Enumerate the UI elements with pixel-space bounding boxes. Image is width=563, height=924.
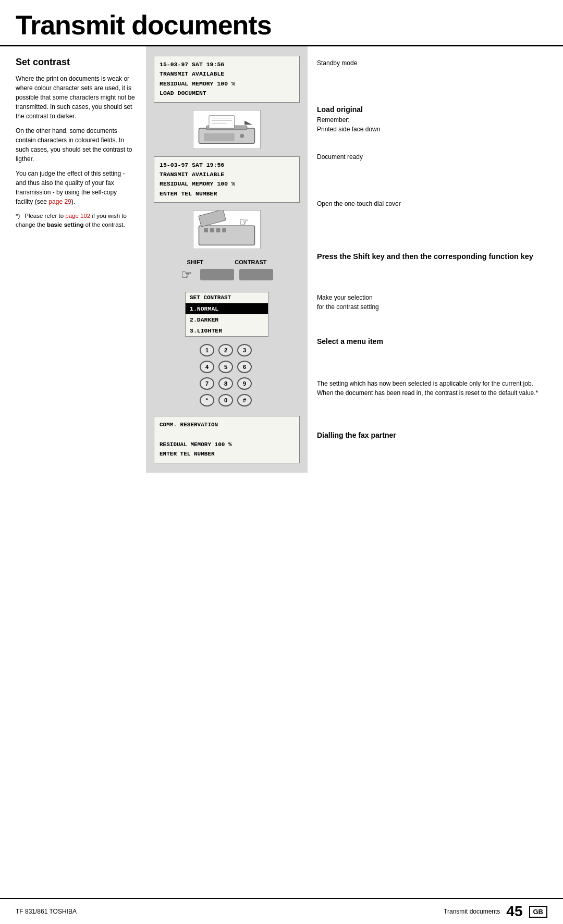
page-number: 45: [506, 903, 522, 920]
step2-title: Load original: [317, 105, 547, 114]
svg-marker-8: [244, 120, 252, 125]
key-7[interactable]: 7: [200, 377, 214, 390]
key-2[interactable]: 2: [218, 344, 233, 356]
step-standby: Standby mode: [317, 56, 547, 105]
svg-rect-10: [199, 211, 226, 227]
step6-sub2: for the contrast setting: [317, 302, 547, 312]
lcd-display-2: 15-03-97 SAT 19:56 TRANSMIT AVAILABLE RE…: [154, 156, 300, 203]
key-star[interactable]: *: [200, 394, 214, 406]
menu-title: SET CONTRAST: [186, 292, 268, 303]
shift-contrast-row: SHIFT CONTRAST ☞: [154, 256, 300, 285]
page-title: Transmit documents: [0, 0, 563, 46]
footer-center: Transmit documents: [444, 908, 500, 915]
right-column: Standby mode Load original Remember: Pri…: [308, 46, 563, 473]
page-footer: TF 831/861 TOSHIBA Transmit documents 45…: [0, 898, 563, 924]
scanner-illustration-2: ☞: [193, 210, 261, 249]
step7-label: Select a menu item: [317, 337, 547, 346]
body-text-1: Where the print on documents is weak or …: [16, 74, 136, 121]
step-select-contrast: Make your selection for the contrast set…: [317, 293, 547, 337]
key-0[interactable]: 0: [218, 394, 233, 406]
body-text-2: On the other hand, some documents contai…: [16, 126, 136, 164]
gb-badge: GB: [529, 906, 548, 918]
svg-rect-7: [204, 133, 234, 141]
key-3[interactable]: 3: [237, 344, 252, 356]
step6-sub1: Make your selection: [317, 293, 547, 302]
step-press-shift: Press the Shift key and then the corresp…: [317, 251, 547, 293]
key-5[interactable]: 5: [218, 361, 233, 373]
key-6[interactable]: 6: [237, 361, 252, 373]
step-document-ready: Document ready: [317, 152, 547, 199]
menu-item-darker[interactable]: 2.DARKER: [186, 314, 268, 325]
step2-sub2: Printed side face down: [317, 125, 547, 134]
svg-rect-2: [209, 115, 235, 128]
sc-buttons-row: ☞: [181, 267, 273, 282]
svg-text:☞: ☞: [239, 216, 249, 228]
menu-item-normal[interactable]: 1.NORMAL: [186, 303, 268, 314]
step1-label: Standby mode: [317, 59, 357, 67]
contrast-menu: SET CONTRAST 1.NORMAL 2.DARKER 3.LIGHTER: [185, 292, 268, 337]
key-9[interactable]: 9: [237, 377, 252, 390]
sc-labels: SHIFT CONTRAST: [187, 259, 267, 265]
key-8[interactable]: 8: [218, 377, 233, 390]
shift-label: SHIFT: [187, 259, 204, 265]
step3-label: Document ready: [317, 153, 363, 161]
step-select-menu: Select a menu item: [317, 337, 547, 379]
step-open-cover: Open the one-touch dial cover: [317, 199, 547, 251]
lcd-display-1: 15-03-97 SAT 19:56 TRANSMIT AVAILABLE RE…: [154, 56, 300, 103]
numpad-area: 1 2 3 4 5 6 7 8 9 * 0 #: [200, 344, 254, 409]
numpad: 1 2 3 4 5 6 7 8 9 * 0 #: [200, 344, 254, 409]
svg-rect-12: [210, 228, 214, 232]
step4-label: Open the one-touch dial cover: [317, 200, 401, 207]
section-title: Set contrast: [16, 57, 136, 68]
left-column: Set contrast Where the print on document…: [0, 46, 146, 473]
step2-sub1: Remember:: [317, 115, 547, 125]
menu-item-lighter[interactable]: 3.LIGHTER: [186, 325, 268, 336]
step-load-original: Load original Remember: Printed side fac…: [317, 105, 547, 152]
svg-point-6: [240, 133, 244, 138]
scanner-illustration-1: [193, 110, 261, 149]
svg-rect-14: [222, 228, 226, 232]
pointing-finger-icon: ☞: [181, 267, 192, 282]
link-page29[interactable]: page 29: [48, 198, 71, 205]
step-dialling: Dialling the fax partner: [317, 431, 547, 452]
shift-key[interactable]: [200, 269, 234, 280]
key-hash[interactable]: #: [237, 394, 252, 406]
body-text-3: You can judge the effect of this setting…: [16, 169, 136, 206]
link-page102[interactable]: page 102: [65, 213, 90, 219]
key-1[interactable]: 1: [200, 344, 214, 356]
svg-rect-11: [204, 228, 208, 232]
contrast-key[interactable]: [239, 269, 273, 280]
footer-left: TF 831/861 TOSHIBA: [16, 908, 77, 915]
svg-rect-13: [216, 228, 221, 232]
step-info: The setting which has now been selected …: [317, 379, 547, 431]
note-text: *) Please refer to page 102 if you wish …: [16, 212, 136, 230]
step9-title: Dialling the fax partner: [317, 431, 547, 439]
body-text-3b: ).: [71, 198, 75, 205]
footer-right: Transmit documents 45 GB: [444, 903, 547, 920]
key-4[interactable]: 4: [200, 361, 214, 373]
contrast-label: CONTRAST: [235, 259, 266, 265]
step5-title: Press the Shift key and then the corresp…: [317, 251, 547, 262]
center-column: 15-03-97 SAT 19:56 TRANSMIT AVAILABLE RE…: [146, 46, 308, 473]
step8-sub1: The setting which has now been selected …: [317, 379, 547, 398]
lcd-display-3: COMM. RESERVATION RESIDUAL MEMORY 100 % …: [154, 416, 300, 463]
